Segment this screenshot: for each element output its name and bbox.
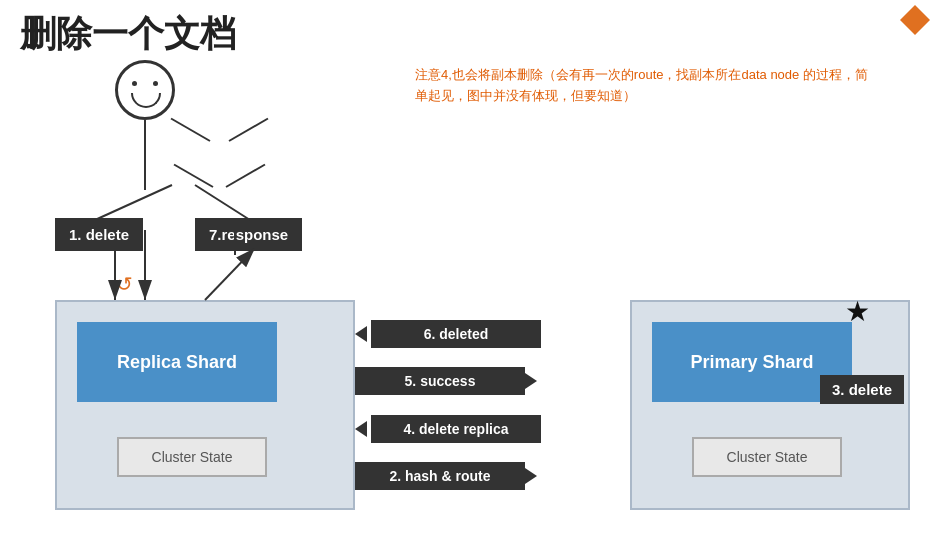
figure-eye-left xyxy=(132,81,137,86)
figure-leg-right xyxy=(174,164,214,188)
figure-arm-left xyxy=(171,118,211,142)
msg-deleted: 6. deleted xyxy=(371,320,541,348)
arrow-left-delete-replica xyxy=(355,421,367,437)
star-badge: ★ xyxy=(845,295,870,328)
figure-arm-right xyxy=(229,118,269,142)
cursor-indicator: ↺ xyxy=(116,272,133,296)
figure-leg-left xyxy=(226,164,266,188)
svg-line-7 xyxy=(205,248,255,300)
delete-badge: 3. delete xyxy=(820,375,904,404)
msg-row-delete-replica: 4. delete replica xyxy=(355,415,630,443)
msg-success: 5. success xyxy=(355,367,525,395)
messages-area: 6. deleted 5. success 4. delete replica … xyxy=(355,300,630,510)
page-title: 删除一个文档 xyxy=(20,10,236,59)
figure-smile xyxy=(131,93,161,108)
msg-row-deleted: 6. deleted xyxy=(355,320,630,348)
figure-body xyxy=(144,120,146,190)
right-cluster-state: Cluster State xyxy=(692,437,842,477)
arrow-left-deleted xyxy=(355,326,367,342)
svg-line-5 xyxy=(195,185,250,220)
figure-eye-right xyxy=(153,81,158,86)
replica-shard: Replica Shard xyxy=(77,322,277,402)
msg-delete-replica: 4. delete replica xyxy=(371,415,541,443)
delete-label: 1. delete xyxy=(55,218,143,251)
arrow-right-success xyxy=(525,373,537,389)
msg-hash-route: 2. hash & route xyxy=(355,462,525,490)
left-cluster-state: Cluster State xyxy=(117,437,267,477)
right-node: Primary Shard Cluster State xyxy=(630,300,910,510)
msg-row-hash-route: 2. hash & route xyxy=(355,462,630,490)
left-node: Replica Shard Cluster State xyxy=(55,300,355,510)
msg-row-success: 5. success xyxy=(355,367,630,395)
note-text: 注意4,也会将副本删除（会有再一次的route，找副本所在data node 的… xyxy=(415,65,875,107)
orange-icon xyxy=(900,5,930,35)
arrow-right-hash-route xyxy=(525,468,537,484)
response-label: 7.response xyxy=(195,218,302,251)
svg-line-4 xyxy=(95,185,172,220)
